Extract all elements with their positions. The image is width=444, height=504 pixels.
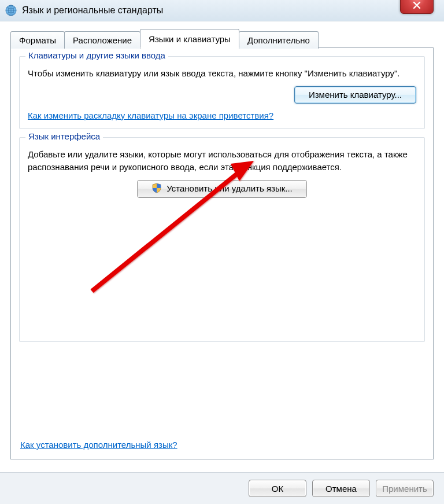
tab-advanced[interactable]: Дополнительно	[239, 31, 319, 49]
group-display-language: Язык интерфейса Добавьте или удалите язы…	[19, 137, 425, 342]
install-uninstall-language-label: Установить или удалить язык...	[166, 183, 293, 193]
group-keyboards-legend: Клавиатуры и другие языки ввода	[25, 50, 168, 60]
title-bar: Язык и региональные стандарты	[0, 0, 444, 21]
dialog-window: Язык и региональные стандарты Форматы Ра…	[0, 0, 444, 504]
tab-location[interactable]: Расположение	[64, 31, 140, 49]
dialog-footer: ОК Отмена Применить	[0, 472, 444, 504]
change-keyboard-button[interactable]: Изменить клавиатуру...	[294, 86, 416, 104]
globe-icon	[5, 4, 17, 17]
group-display-text: Добавьте или удалите языки, которые могу…	[28, 148, 416, 174]
close-icon	[413, 1, 421, 9]
tab-strip: Форматы Расположение Языки и клавиатуры …	[10, 29, 434, 48]
group-keyboards-text: Чтобы изменить клавиатуру или язык ввода…	[28, 67, 416, 80]
cancel-button[interactable]: Отмена	[312, 480, 370, 497]
install-uninstall-language-button[interactable]: Установить или удалить язык...	[137, 180, 307, 198]
tab-panel: Клавиатуры и другие языки ввода Чтобы из…	[10, 47, 434, 459]
welcome-screen-link[interactable]: Как изменить раскладку клавиатуры на экр…	[28, 111, 273, 120]
ok-button[interactable]: ОК	[249, 480, 306, 497]
apply-button[interactable]: Применить	[376, 480, 434, 497]
how-to-install-language-link[interactable]: Как установить дополнительный язык?	[20, 440, 177, 450]
tab-formats[interactable]: Форматы	[10, 31, 65, 49]
shield-icon	[151, 183, 162, 195]
close-button[interactable]	[400, 0, 434, 14]
group-keyboards: Клавиатуры и другие языки ввода Чтобы из…	[19, 56, 425, 129]
window-title: Язык и региональные стандарты	[22, 5, 163, 16]
client-area: Форматы Расположение Языки и клавиатуры …	[0, 21, 444, 504]
tab-keyboards[interactable]: Языки и клавиатуры	[140, 29, 239, 48]
group-display-legend: Язык интерфейса	[25, 131, 103, 141]
